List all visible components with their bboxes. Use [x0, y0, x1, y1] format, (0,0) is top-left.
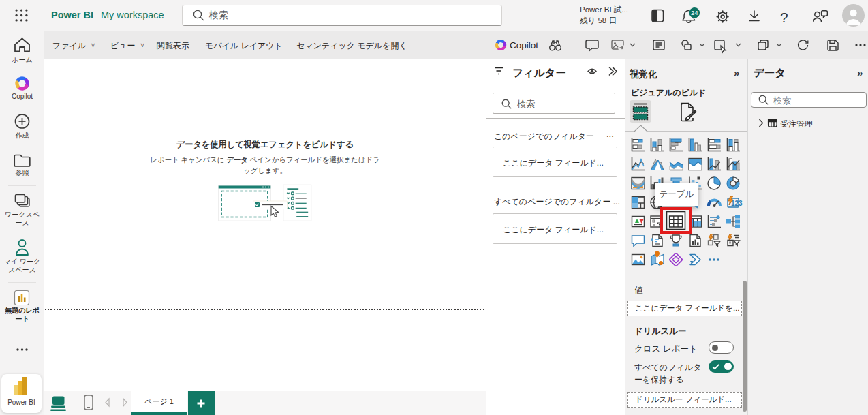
- svg-text:?: ?: [780, 10, 788, 25]
- svg-text:123: 123: [731, 200, 743, 207]
- svg-text:24: 24: [691, 9, 698, 16]
